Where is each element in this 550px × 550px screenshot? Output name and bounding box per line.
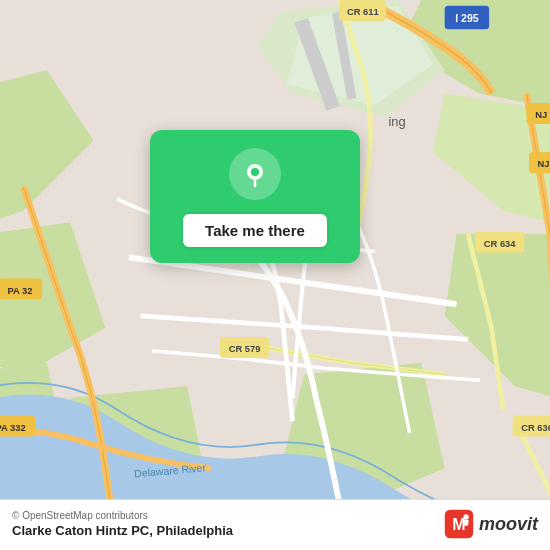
svg-point-39 <box>463 514 468 519</box>
openstreetmap-credit: © OpenStreetMap contributors <box>12 510 233 521</box>
svg-text:I 295: I 295 <box>455 12 479 24</box>
svg-text:CR 579: CR 579 <box>229 344 261 354</box>
location-name: Clarke Caton Hintz PC, Philadelphia <box>12 523 233 538</box>
moovit-icon: M <box>443 508 475 540</box>
location-icon-circle <box>229 148 281 200</box>
moovit-text: moovit <box>479 514 538 535</box>
svg-text:CR 636: CR 636 <box>521 423 550 433</box>
location-pin-icon <box>241 160 269 188</box>
map-container: I 295 NJ 31 NJ 31 PA 32 PA 332 CR 611 CR… <box>0 0 550 550</box>
svg-text:CR 611: CR 611 <box>347 7 379 17</box>
svg-text:ing: ing <box>389 114 406 129</box>
take-me-there-button[interactable]: Take me there <box>183 214 327 247</box>
svg-text:PA 32: PA 32 <box>7 286 32 296</box>
bottom-bar: © OpenStreetMap contributors Clarke Cato… <box>0 499 550 550</box>
svg-text:CR 634: CR 634 <box>484 239 517 249</box>
location-card: Take me there <box>150 130 360 263</box>
moovit-logo: M moovit <box>443 508 538 540</box>
bottom-left: © OpenStreetMap contributors Clarke Cato… <box>12 510 233 538</box>
map-svg: I 295 NJ 31 NJ 31 PA 32 PA 332 CR 611 CR… <box>0 0 550 550</box>
svg-text:NJ 31: NJ 31 <box>535 110 550 120</box>
svg-text:PA 332: PA 332 <box>0 423 26 433</box>
svg-point-36 <box>251 168 259 176</box>
svg-text:M: M <box>452 516 465 533</box>
svg-text:NJ 31: NJ 31 <box>538 159 550 169</box>
